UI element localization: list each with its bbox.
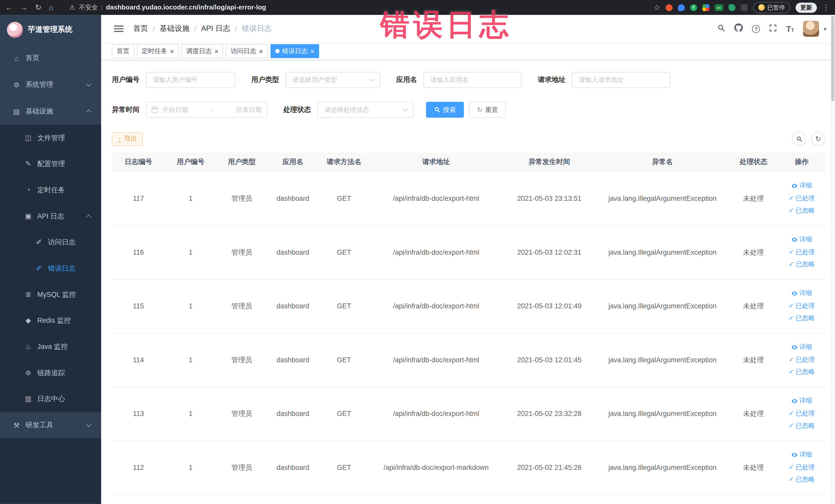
sidebar-item-Java 监控[interactable]: ♨Java 监控 <box>0 334 101 360</box>
cell-url: /api/infra/db-doc/export-html <box>370 333 503 387</box>
sidebar-item-链路追踪[interactable]: ⊚链路追踪 <box>0 360 101 386</box>
ignored-link[interactable]: ✓已忽略 <box>781 205 822 217</box>
font-size-icon[interactable]: TT <box>786 25 794 33</box>
github-icon[interactable] <box>734 23 743 34</box>
tab-调度日志[interactable]: 调度日志× <box>182 44 223 58</box>
tab-label: 定时任务 <box>142 47 167 56</box>
app-name-input[interactable] <box>423 72 522 88</box>
extension-icon-5[interactable]: on <box>715 4 723 11</box>
breadcrumb-item-home[interactable]: 首页 <box>133 24 148 33</box>
breadcrumb-item-api-log[interactable]: API 日志 <box>201 24 230 33</box>
scrollbar[interactable] <box>831 15 835 504</box>
fullscreen-icon[interactable] <box>769 24 777 34</box>
detail-link[interactable]: 详细 <box>781 180 822 192</box>
detail-link[interactable]: 详细 <box>781 449 822 461</box>
logo[interactable]: 芋道管理系统 <box>0 15 101 45</box>
col-user-id: 用户编号 <box>165 152 216 172</box>
detail-link[interactable]: 详细 <box>781 234 822 246</box>
cell-method: GET <box>319 279 370 333</box>
address-divider <box>102 4 102 11</box>
detail-link[interactable]: 详细 <box>781 395 822 407</box>
sidebar-item-label: 文件管理 <box>37 133 65 142</box>
timer-icon: ◔ <box>23 186 33 194</box>
processed-link[interactable]: ✓已处理 <box>781 461 822 474</box>
processed-link[interactable]: ✓已处理 <box>781 407 822 420</box>
update-button[interactable]: 更新 <box>795 2 817 12</box>
cell-actions: 详细✓已处理✓已忽略 <box>778 387 826 441</box>
sidebar-item-基础设施[interactable]: ▤基础设施 <box>0 98 101 125</box>
processed-link[interactable]: ✓已处理 <box>781 246 822 259</box>
sidebar-item-MySQL 监控[interactable]: ≣MySQL 监控 <box>0 281 101 307</box>
ignored-link[interactable]: ✓已忽略 <box>781 312 822 325</box>
close-icon[interactable]: × <box>310 48 314 55</box>
processed-link[interactable]: ✓已处理 <box>781 192 822 205</box>
breadcrumb-item-infrastructure[interactable]: 基础设施 <box>160 24 189 33</box>
ignored-link[interactable]: ✓已忽略 <box>781 474 822 486</box>
col-exception: 异常名 <box>596 152 729 172</box>
sidebar-item-研发工具[interactable]: ⚒研发工具 <box>0 412 101 439</box>
tab-首页[interactable]: 首页 <box>112 44 134 58</box>
exception-time-range[interactable]: 开始日期 - 结束日期 <box>146 102 267 118</box>
extension-icon-3[interactable]: Y <box>690 4 697 11</box>
sidebar-item-系统管理[interactable]: ⚙系统管理 <box>0 72 101 98</box>
sidebar-item-Redis 监控[interactable]: ◆Redis 监控 <box>0 307 101 334</box>
tab-定时任务[interactable]: 定时任务× <box>137 44 179 58</box>
address-bar[interactable]: ⚠ 不安全 dashboard.yudao.iocoder.cn/infra/l… <box>69 3 266 12</box>
close-icon[interactable]: × <box>214 48 219 55</box>
help-icon[interactable]: ? <box>752 25 760 33</box>
reload-icon[interactable]: ↻ <box>35 4 41 11</box>
sidebar-item-API 日志[interactable]: ▣API 日志 <box>0 203 101 229</box>
detail-link[interactable]: 详细 <box>781 287 822 300</box>
refresh-table-button[interactable]: ↻ <box>811 132 826 146</box>
sidebar-item-日志中心[interactable]: ▥日志中心 <box>0 386 101 412</box>
user-id-input[interactable] <box>146 72 236 88</box>
toggle-search-button[interactable] <box>792 132 806 146</box>
process-status-select[interactable]: 请选择处理状态 <box>317 102 413 118</box>
extension-icon-2[interactable] <box>678 4 685 11</box>
sidebar-item-首页[interactable]: ⌂首页 <box>0 45 101 72</box>
extension-icon-7[interactable] <box>741 4 748 11</box>
bookmark-star-icon[interactable]: ☆ <box>653 4 660 11</box>
warning-icon: ⚠ <box>69 4 75 11</box>
ignored-link[interactable]: ✓已忽略 <box>781 420 822 432</box>
browser-home-icon[interactable]: ⌂ <box>49 4 54 11</box>
sidebar: 芋道管理系统 ⌂首页⚙系统管理▤基础设施◫文件管理✎配置管理◔定时任务▣API … <box>0 15 101 504</box>
kebab-menu-icon[interactable]: ⋮ <box>822 4 830 11</box>
ignored-link[interactable]: ✓已忽略 <box>781 366 822 379</box>
processed-link[interactable]: ✓已处理 <box>781 354 822 366</box>
sidebar-item-定时任务[interactable]: ◔定时任务 <box>0 177 101 203</box>
processed-link[interactable]: ✓已处理 <box>781 300 822 313</box>
tab-访问日志[interactable]: 访问日志× <box>226 44 268 58</box>
extension-icon-4[interactable] <box>702 4 709 11</box>
scrollbar-thumb[interactable] <box>831 16 834 101</box>
export-button[interactable]: ↓ 导出 <box>112 132 143 146</box>
search-button[interactable]: 搜索 <box>426 102 464 118</box>
request-url-input[interactable] <box>572 72 670 88</box>
user-type-select[interactable]: 请选择用户类型 <box>285 72 380 88</box>
reset-button[interactable]: ↻ 重置 <box>469 102 506 118</box>
chevron-down-icon[interactable]: ▾ <box>824 26 826 32</box>
cell-exception: java.lang.IllegalArgumentException <box>596 387 729 441</box>
sidebar-item-错误日志[interactable]: ✐错误日志 <box>0 255 101 281</box>
extension-icon-1[interactable] <box>666 4 673 11</box>
cell-exception: java.lang.IllegalArgumentException <box>596 279 729 333</box>
close-icon[interactable]: × <box>170 48 174 55</box>
forward-icon[interactable]: → <box>20 4 28 11</box>
eye-icon <box>791 237 798 243</box>
extension-icon-6[interactable] <box>729 4 735 11</box>
detail-link[interactable]: 详细 <box>781 341 822 354</box>
page: ← → ↻ ⌂ ⚠ 不安全 dashboard.yudao.iocoder.cn… <box>0 0 835 504</box>
sidebar-item-label: 基础设施 <box>26 106 54 116</box>
sidebar-item-文件管理[interactable]: ◫文件管理 <box>0 124 101 151</box>
tab-错误日志[interactable]: 错误日志× <box>270 44 319 58</box>
back-icon[interactable]: ← <box>5 4 13 11</box>
sidebar-item-配置管理[interactable]: ✎配置管理 <box>0 151 101 177</box>
col-actions: 操作 <box>778 152 826 172</box>
search-icon[interactable] <box>717 24 726 34</box>
hamburger-icon[interactable] <box>114 26 123 32</box>
sidebar-item-访问日志[interactable]: ✐访问日志 <box>0 229 101 255</box>
close-icon[interactable]: × <box>259 48 263 55</box>
paused-button[interactable]: 已暂停 <box>753 2 790 13</box>
ignored-link[interactable]: ✓已忽略 <box>781 259 822 271</box>
user-avatar[interactable] <box>803 21 819 37</box>
